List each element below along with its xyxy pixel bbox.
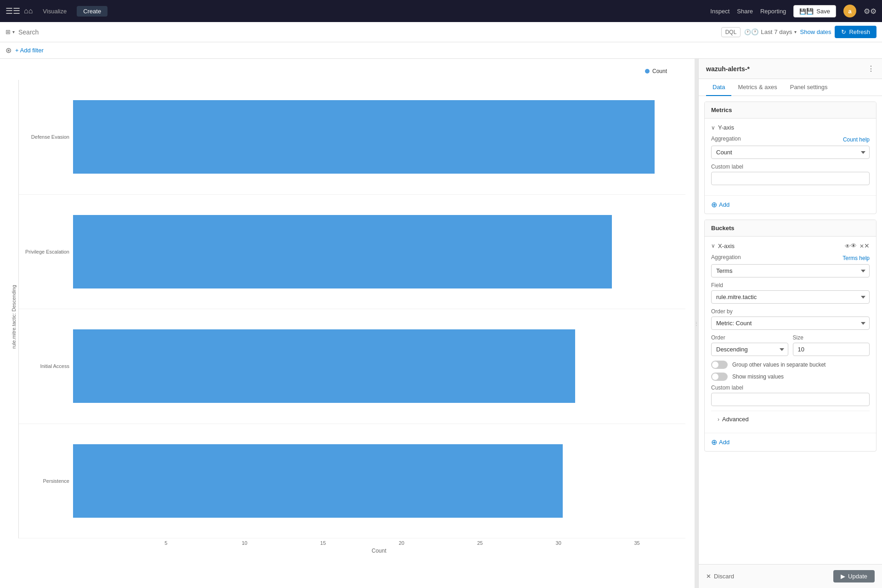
bar-fill bbox=[73, 100, 655, 174]
size-label: Size bbox=[793, 334, 870, 341]
chart-legend: Count bbox=[9, 68, 685, 74]
legend-label: Count bbox=[652, 68, 667, 74]
custom-label-field-metrics: Custom label bbox=[711, 164, 870, 185]
buckets-section-header: Buckets bbox=[705, 220, 876, 237]
panel-content: Metrics ∨ Y-axis Aggregation Count help bbox=[699, 96, 882, 564]
x-icon: ✕ bbox=[859, 242, 870, 249]
field-label: Field bbox=[711, 282, 870, 288]
bar-track bbox=[73, 198, 685, 306]
refresh-button[interactable]: ↻ Refresh bbox=[835, 26, 876, 38]
size-field: Size bbox=[793, 334, 870, 356]
order-by-select[interactable]: Metric: Count bbox=[711, 317, 870, 330]
order-select[interactable]: Descending bbox=[711, 343, 788, 356]
chevron-down-icon: ▾ bbox=[794, 29, 797, 34]
clock-icon: 🕐 bbox=[744, 28, 759, 35]
legend-dot bbox=[645, 69, 650, 74]
metrics-subsection-header: ∨ Y-axis bbox=[711, 124, 870, 131]
bar-row: Privilege Escalation bbox=[19, 195, 685, 310]
remove-bucket-button[interactable]: ✕ bbox=[859, 242, 870, 249]
panel-footer: ✕ Discard ▶ Update bbox=[699, 564, 882, 588]
custom-label-input-bucket[interactable] bbox=[711, 393, 870, 406]
settings-icon: ⚙ bbox=[864, 7, 876, 15]
metrics-section-header: Metrics bbox=[705, 102, 876, 119]
add-circle-icon-bucket: ⊕ bbox=[711, 438, 717, 447]
aggregation-select[interactable]: Count bbox=[711, 146, 870, 159]
size-input[interactable] bbox=[793, 343, 870, 356]
create-button[interactable]: Create bbox=[77, 6, 107, 17]
tab-panel-settings[interactable]: Panel settings bbox=[784, 79, 834, 96]
bars-container: Defense EvasionPrivilege EscalationIniti… bbox=[18, 80, 685, 538]
search-input[interactable] bbox=[18, 28, 718, 36]
buckets-subsection-header: ∨ X-axis 👁 ✕ bbox=[711, 242, 870, 249]
reporting-button[interactable]: Reporting bbox=[760, 8, 786, 15]
count-help-link[interactable]: Count help bbox=[843, 136, 870, 143]
x-axis-collapse-icon[interactable]: ∨ bbox=[711, 243, 715, 249]
field-select[interactable]: rule.mitre.tactic bbox=[711, 290, 870, 304]
add-filter-button[interactable]: + Add filter bbox=[15, 47, 44, 54]
tab-metrics-axes[interactable]: Metrics & axes bbox=[731, 79, 783, 96]
y-axis-label-row: ∨ Y-axis bbox=[711, 124, 734, 131]
chart-area: Count rule.mitre.tactic: Descending Defe… bbox=[0, 59, 695, 588]
x-axis: 5101520253035 bbox=[18, 540, 685, 546]
metrics-section: Metrics ∨ Y-axis Aggregation Count help bbox=[704, 102, 876, 214]
bar-fill bbox=[73, 444, 563, 518]
buckets-add-button[interactable]: ⊕ Add bbox=[705, 433, 736, 451]
collapse-icon[interactable]: ∨ bbox=[711, 124, 715, 131]
update-play-icon: ▶ bbox=[841, 573, 845, 580]
bar-fill bbox=[73, 329, 575, 403]
custom-label-field-bucket: Custom label bbox=[711, 384, 870, 406]
bar-row: Defense Evasion bbox=[19, 80, 685, 195]
user-avatar[interactable]: a bbox=[843, 5, 856, 17]
metrics-add-button[interactable]: ⊕ Add bbox=[705, 196, 736, 214]
advanced-row[interactable]: › Advanced bbox=[711, 411, 870, 427]
terms-help-link[interactable]: Terms help bbox=[842, 255, 870, 261]
filter-icon-button[interactable]: ⊛ bbox=[6, 46, 11, 55]
nav-left: ☰ ⌂ Visualize Create bbox=[6, 6, 707, 17]
bar-track bbox=[73, 83, 685, 192]
nav-right: Inspect Share Reporting 💾 Save a ⚙ bbox=[710, 5, 876, 17]
panel-resize-handle[interactable]: ⋮ bbox=[695, 59, 698, 588]
visualize-button[interactable]: Visualize bbox=[36, 6, 73, 17]
show-missing-toggle[interactable] bbox=[711, 373, 728, 381]
menu-icon: ☰ bbox=[6, 6, 20, 16]
show-dates-button[interactable]: Show dates bbox=[800, 28, 831, 35]
share-button[interactable]: Share bbox=[737, 8, 753, 15]
menu-button[interactable]: ☰ bbox=[6, 6, 20, 16]
eye-icon: 👁 bbox=[845, 242, 857, 249]
update-button[interactable]: ▶ Update bbox=[833, 570, 875, 582]
order-size-row: Order Descending Size bbox=[711, 334, 870, 356]
buckets-subsection: ∨ X-axis 👁 ✕ bbox=[705, 237, 876, 433]
main-content: Count rule.mitre.tactic: Descending Defe… bbox=[0, 59, 882, 588]
order-field: Order Descending bbox=[711, 334, 788, 356]
search-type-button[interactable]: ⊞ ▾ bbox=[6, 28, 15, 35]
chart-wrapper: rule.mitre.tactic: Descending Defense Ev… bbox=[9, 80, 685, 554]
metrics-section-title: Metrics bbox=[711, 107, 732, 113]
bucket-aggregation-select[interactable]: Terms bbox=[711, 264, 870, 277]
bar-row: Persistence bbox=[19, 424, 685, 539]
order-by-field: Order by Metric: Count bbox=[711, 308, 870, 330]
discard-button[interactable]: ✕ Discard bbox=[706, 573, 734, 580]
dql-button[interactable]: DQL bbox=[721, 27, 741, 37]
bar-row: Initial Access bbox=[19, 309, 685, 424]
discard-x-icon: ✕ bbox=[706, 573, 711, 580]
x-axis-label: Count bbox=[18, 548, 685, 554]
buckets-section: Buckets ∨ X-axis 👁 ✕ bbox=[704, 220, 876, 452]
time-label: Last 7 days bbox=[761, 28, 792, 35]
custom-label-input-metrics[interactable] bbox=[711, 172, 870, 185]
group-other-toggle[interactable] bbox=[711, 361, 728, 369]
time-selector[interactable]: 🕐 Last 7 days ▾ bbox=[744, 28, 796, 35]
home-button[interactable]: ⌂ bbox=[24, 7, 33, 15]
advanced-chevron-icon: › bbox=[718, 416, 719, 423]
tab-data[interactable]: Data bbox=[706, 79, 731, 96]
visibility-toggle-button[interactable]: 👁 bbox=[845, 242, 857, 249]
inspect-button[interactable]: Inspect bbox=[710, 8, 729, 15]
settings-button[interactable]: ⚙ bbox=[864, 7, 876, 16]
panel-menu-button[interactable]: ⋮ bbox=[867, 64, 875, 73]
filter-icon: ⊛ bbox=[6, 46, 11, 54]
save-icon: 💾 bbox=[799, 8, 814, 15]
save-button[interactable]: 💾 Save bbox=[793, 5, 836, 17]
x-axis-tick: 20 bbox=[362, 540, 441, 546]
bar-fill bbox=[73, 215, 612, 288]
order-label: Order bbox=[711, 334, 788, 341]
top-navigation: ☰ ⌂ Visualize Create Inspect Share Repor… bbox=[0, 0, 882, 22]
